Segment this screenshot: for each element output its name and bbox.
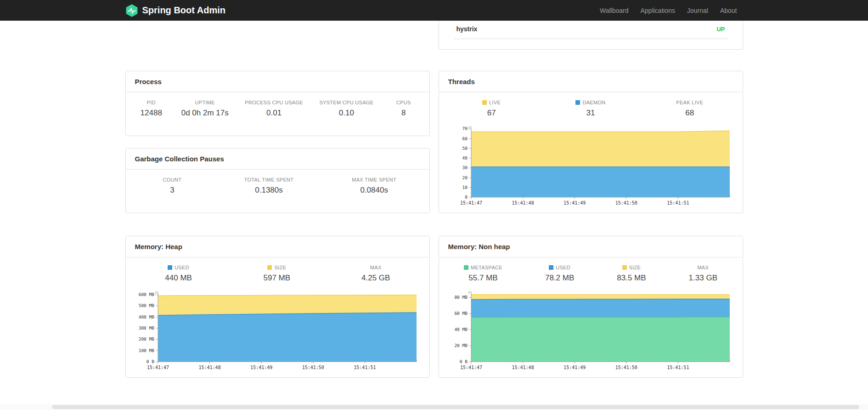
stat-pid: PID 12488 xyxy=(137,100,165,118)
svg-text:15:41:48: 15:41:48 xyxy=(512,365,534,370)
svg-text:15:41:51: 15:41:51 xyxy=(667,365,689,370)
threads-card-title: Threads xyxy=(439,71,743,92)
memory-heap-chart: 0 B100 MB200 MB300 MB400 MB500 MB600 MB1… xyxy=(132,288,423,373)
stat-nonheap-max: MAX 1.33 GB xyxy=(689,265,717,283)
stat-nonheap-size: SIZE 83.5 MB xyxy=(617,265,646,283)
stat-nonheap-metaspace: METASPACE 55.7 MB xyxy=(464,265,502,283)
svg-text:40 MB: 40 MB xyxy=(454,327,468,332)
left-column: Process PID 12488 UPTIME 0d 0h 2m 17s PR… xyxy=(125,21,430,378)
stat-process-cpu-usage: PROCESS CPU USAGE 0.01 xyxy=(245,100,303,118)
spring-boot-admin-logo-icon xyxy=(125,4,138,17)
gc-stats: COUNT 3 TOTAL TIME SPENT 0.1380s MAX TIM… xyxy=(126,170,429,199)
svg-text:15:41:51: 15:41:51 xyxy=(667,200,689,205)
nonheap-stats: METASPACE 55.7 MB USED 78.2 MB SIZE xyxy=(439,257,743,287)
svg-text:80 MB: 80 MB xyxy=(454,295,468,300)
nonheap-metaspace-legend-swatch xyxy=(464,265,468,270)
svg-text:400 MB: 400 MB xyxy=(138,314,154,319)
svg-text:600 MB: 600 MB xyxy=(138,292,154,297)
memory-nonheap-chart: 0 B20 MB40 MB60 MB80 MB15:41:4715:41:481… xyxy=(445,288,736,373)
svg-text:100 MB: 100 MB xyxy=(138,348,154,353)
svg-text:15:41:50: 15:41:50 xyxy=(302,365,324,370)
status-badge: UP xyxy=(716,26,725,33)
svg-text:500 MB: 500 MB xyxy=(138,303,154,308)
stat-gc-max-time: MAX TIME SPENT 0.0840s xyxy=(352,177,396,195)
threads-card: Threads LIVE 67 DAEMON 31 xyxy=(439,71,743,213)
navbar-inner: Spring Boot Admin Wallboard Applications… xyxy=(125,0,743,21)
health-row-hystrix: hystrix UP xyxy=(454,21,728,39)
stat-heap-max: MAX 4.25 GB xyxy=(361,265,390,283)
nav-item-journal[interactable]: Journal xyxy=(681,7,714,14)
threads-stats: LIVE 67 DAEMON 31 PEAK LIVE 68 xyxy=(439,92,743,122)
threads-live-legend-swatch xyxy=(482,100,487,105)
svg-text:15:41:47: 15:41:47 xyxy=(460,365,482,370)
nav-item-about[interactable]: About xyxy=(714,7,743,14)
gc-pauses-card: Garbage Collection Pauses COUNT 3 TOTAL … xyxy=(125,148,430,213)
svg-text:0 B: 0 B xyxy=(146,359,154,364)
main-content: Process PID 12488 UPTIME 0d 0h 2m 17s PR… xyxy=(125,21,743,378)
stat-threads-daemon: DAEMON 31 xyxy=(575,100,605,118)
nav-links: Wallboard Applications Journal About xyxy=(594,7,743,14)
svg-text:30: 30 xyxy=(462,165,468,170)
horizontal-scrollbar-thumb[interactable] xyxy=(52,405,859,409)
navbar: Spring Boot Admin Wallboard Applications… xyxy=(0,0,868,21)
nonheap-used-legend-swatch xyxy=(549,265,553,270)
horizontal-scrollbar[interactable] xyxy=(0,404,868,410)
svg-text:10: 10 xyxy=(462,185,468,190)
stat-threads-live: LIVE 67 xyxy=(478,100,505,118)
svg-text:15:41:49: 15:41:49 xyxy=(250,365,272,370)
svg-text:0 B: 0 B xyxy=(459,359,467,364)
stat-heap-used: USED 440 MB xyxy=(165,265,192,283)
right-column: hystrix UP Threads LIVE 67 DAEMON xyxy=(439,21,743,378)
svg-text:200 MB: 200 MB xyxy=(138,336,154,342)
brand-title: Spring Boot Admin xyxy=(142,5,225,16)
stat-nonheap-used: USED 78.2 MB xyxy=(545,265,574,283)
svg-text:15:41:49: 15:41:49 xyxy=(564,200,586,205)
heap-used-legend-swatch xyxy=(168,265,172,270)
svg-text:15:41:48: 15:41:48 xyxy=(512,200,534,205)
svg-text:60: 60 xyxy=(462,136,468,141)
process-card-title: Process xyxy=(126,71,429,92)
heap-size-legend-swatch xyxy=(267,265,272,270)
brand-link[interactable]: Spring Boot Admin xyxy=(125,4,225,17)
process-card: Process PID 12488 UPTIME 0d 0h 2m 17s PR… xyxy=(125,71,430,136)
svg-text:20: 20 xyxy=(462,175,468,180)
process-stats: PID 12488 UPTIME 0d 0h 2m 17s PROCESS CP… xyxy=(126,92,429,122)
svg-text:70: 70 xyxy=(462,126,468,131)
svg-text:15:41:49: 15:41:49 xyxy=(564,365,586,370)
stat-system-cpu-usage: SYSTEM CPU USAGE 0.10 xyxy=(319,100,373,118)
svg-text:40: 40 xyxy=(462,155,468,160)
memory-heap-card: Memory: Heap USED 440 MB SIZE 597 MB xyxy=(125,236,430,378)
svg-text:15:41:51: 15:41:51 xyxy=(354,365,376,370)
health-card: hystrix UP xyxy=(439,21,743,50)
svg-text:0: 0 xyxy=(465,194,468,199)
memory-heap-card-title: Memory: Heap xyxy=(126,236,429,257)
stat-cpus: CPUS 8 xyxy=(390,100,417,118)
heap-stats: USED 440 MB SIZE 597 MB MAX 4.25 GB xyxy=(126,257,429,287)
stat-gc-count: COUNT 3 xyxy=(158,177,186,195)
stat-heap-size: SIZE 597 MB xyxy=(263,265,291,283)
nonheap-size-legend-swatch xyxy=(622,265,627,270)
svg-text:300 MB: 300 MB xyxy=(138,325,154,330)
svg-text:15:41:47: 15:41:47 xyxy=(147,365,169,370)
threads-daemon-legend-swatch xyxy=(575,100,580,105)
stat-uptime: UPTIME 0d 0h 2m 17s xyxy=(181,100,229,118)
svg-text:15:41:50: 15:41:50 xyxy=(615,200,637,205)
nav-item-applications[interactable]: Applications xyxy=(634,7,681,14)
svg-text:15:41:48: 15:41:48 xyxy=(198,365,220,370)
svg-text:20 MB: 20 MB xyxy=(454,343,468,348)
memory-nonheap-card: Memory: Non heap METASPACE 55.7 MB USED … xyxy=(439,236,743,378)
health-indicator-name: hystrix xyxy=(457,25,478,33)
svg-text:15:41:47: 15:41:47 xyxy=(460,200,482,205)
nav-item-wallboard[interactable]: Wallboard xyxy=(594,7,635,14)
stat-gc-total-time: TOTAL TIME SPENT 0.1380s xyxy=(244,177,294,195)
svg-text:50: 50 xyxy=(462,146,468,151)
threads-chart: 01020304050607015:41:4715:41:4815:41:491… xyxy=(445,123,736,208)
memory-nonheap-card-title: Memory: Non heap xyxy=(439,236,743,257)
svg-text:15:41:50: 15:41:50 xyxy=(615,365,637,370)
stat-threads-peak-live: PEAK LIVE 68 xyxy=(676,100,704,118)
gc-card-title: Garbage Collection Pauses xyxy=(126,148,429,170)
svg-text:60 MB: 60 MB xyxy=(454,311,468,316)
